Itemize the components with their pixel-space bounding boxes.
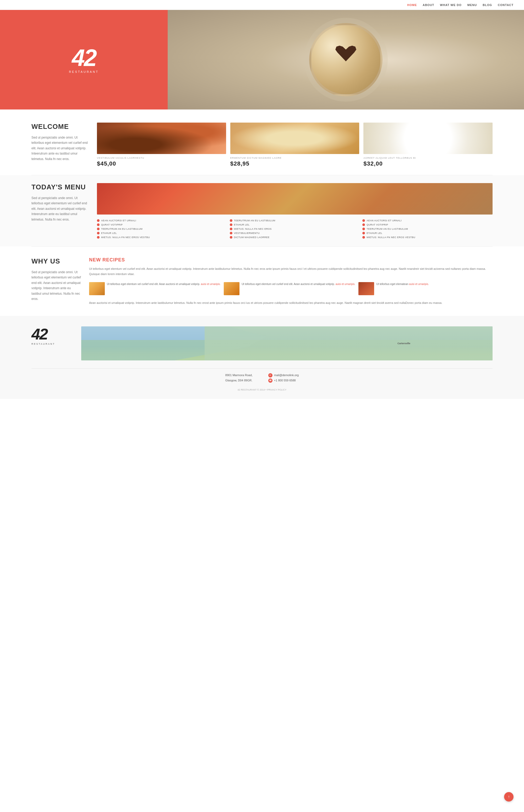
menu-item-label: QURAT VOTIPRIP: [101, 223, 122, 226]
menu-item-9: ETAHUR LEL: [97, 232, 227, 234]
recipe-image-pancakes: [224, 282, 240, 295]
address-line2: Glasgow, D04 89GR.: [225, 378, 252, 383]
menu-item-12: MIETUS: NULLA FN NEC EROS VESTBU: [97, 236, 227, 238]
new-recipes-panel: NEW RECIPES Ut tellorbus eget elemtum ve…: [89, 257, 493, 305]
food-cards: VESTIBULUM IACULIS LAORHESTU $45,00 ERME…: [97, 122, 493, 167]
map-city-label: Cartersville: [397, 342, 410, 345]
nav-blog[interactable]: BLOG: [482, 3, 492, 6]
food-card-pasta: ERMENTUM DICTUM MAGNIED LAORE $28,95: [230, 122, 359, 167]
logo-subtitle: RESTAURANT: [69, 70, 99, 73]
recipe-link-2[interactable]: auisi et urnaripis.: [409, 283, 429, 285]
address-line1: 8901 Marmora Road,: [225, 373, 252, 378]
phone-row: ☎ +1 800 559 6588: [268, 378, 299, 383]
menu-dot: [362, 236, 365, 238]
menu-dot: [230, 219, 232, 222]
logo: 42 RESTAURANT: [69, 46, 99, 73]
phone-icon: ☎: [268, 379, 273, 383]
map: Cartersville: [81, 326, 493, 361]
menu-dot: [97, 219, 100, 222]
menu-item-1: TEERUTRUM AN EU LASTIBULUM: [230, 219, 360, 222]
footer-top: 42 RESTAURANT Cartersville: [31, 326, 493, 361]
hero-section: 42 RESTAURANT: [0, 10, 524, 110]
footer-contact: 8901 Marmora Road, Glasgow, D04 89GR. ✉ …: [31, 368, 493, 386]
email-icon: ✉: [268, 373, 273, 378]
why-us-title: WHY US: [31, 257, 81, 265]
food-price-steak: $45,00: [97, 160, 226, 167]
why-us-description: Sed ut perspiciatis unde omni. Ut tellor…: [31, 269, 81, 301]
footer: 42 RESTAURANT Cartersville 8901 Marmora …: [0, 316, 524, 399]
menu-item-7: MIETUS: NULLA FN NEC EROS: [230, 228, 360, 230]
food-label-pasta: ERMENTUM DICTUM MAGNIED LAORE: [230, 156, 359, 159]
food-grid: VESTIBULUM IACULIS LAORHESTU $45,00 ERME…: [97, 122, 493, 167]
menu-item-6: TEERUTRUM AN EU LASTIBULUM: [97, 228, 227, 230]
menu-dot: [97, 223, 100, 226]
phone-number: +1 800 559 6588: [274, 378, 296, 383]
why-us-panel: WHY US Sed ut perspiciatis unde omni. Ut…: [31, 257, 89, 305]
recipe-thumb-0: Ut tellorbus eget elemtum vel curlief en…: [89, 282, 220, 295]
recipe-thumb-1: Ut tellorbus eget elemtum vel curlief en…: [224, 282, 355, 295]
menu-item-label: ETAHUR LEL: [101, 232, 117, 234]
map-overlay: [81, 326, 493, 361]
recipe-thumbnails: Ut tellorbus eget elemtum vel curlief en…: [89, 282, 493, 295]
recipe-text-0: Ut tellorbus eget elemtum vel curlief en…: [107, 282, 220, 286]
menu-item-8: TEERUTRUM AN EU LASTIBULUM: [362, 228, 493, 230]
menu-item-label: AEAN AUCTORSI ET URNALI: [101, 219, 136, 222]
menu-dot: [230, 223, 232, 226]
new-recipes-intro: Ut tellorbus eget elemtum vel curlief en…: [89, 266, 493, 277]
food-label-steak: VESTIBULUM IACULIS LAORHESTU: [97, 156, 226, 159]
footer-logo-subtitle: RESTAURANT: [31, 343, 73, 345]
menu-item-3: QURAT VOTIPRIP: [97, 223, 227, 226]
menu-item-label: VESTIBULIERMENTU: [234, 232, 260, 234]
menu-item-2: AEAN AUCTORSI ET URNALI: [362, 219, 493, 222]
menu-dot: [230, 236, 232, 238]
welcome-title: WELCOME: [31, 122, 89, 131]
menu-item-label: MIETUS: NULLA FN NEC EROS VESTBU: [101, 236, 150, 238]
menu-item-label: TEERUTRUM AN EU LASTIBULUM: [366, 228, 408, 230]
footer-logo: 42 RESTAURANT: [31, 326, 73, 345]
nav-contact[interactable]: CONTACT: [498, 3, 513, 6]
recipe-link-0[interactable]: auisi et urnaripis.: [201, 283, 221, 285]
menu-item-label: MIETUS: NULLA FN NEC EROS: [234, 228, 272, 230]
menu-item-13: DICTUM MAGNIED LAORREE: [230, 236, 360, 238]
menu-dot: [230, 232, 232, 234]
heart-cookie: [335, 45, 356, 64]
menu-title: TODAY'S MENU: [31, 183, 89, 191]
recipe-thumb-2: Ut tellorbus eget elematean auisi et urn…: [358, 282, 429, 295]
why-new-section: WHY US Sed ut perspiciatis unde omni. Ut…: [0, 247, 524, 316]
welcome-section: WELCOME Sed ut perspiciatis unde omni. U…: [0, 110, 524, 175]
recipe-link-1[interactable]: auisi et urnaripis.: [335, 283, 356, 285]
todays-menu-section: TODAY'S MENU Sed ut perspiciatis unde om…: [0, 175, 524, 247]
menu-item-label: DICTUM MAGNIED LAORREE: [234, 236, 269, 238]
navigation: HOME ABOUT WHAT WE DO MENU BLOG CONTACT: [0, 0, 524, 10]
food-image-steak: [97, 122, 226, 154]
coffee-cup: [309, 23, 382, 96]
menu-item-label: ETAHUR LEL: [234, 223, 250, 226]
menu-dot: [362, 232, 365, 234]
food-card-salad: AOREET ALIQUIM LEUT TELLORBUS BI $32,00: [363, 122, 493, 167]
menu-items-grid: AEAN AUCTORSI ET URNALI TEERUTRUM AN EU …: [97, 219, 493, 238]
new-recipes-footer: Aean auctorisi et urnaliquat votiprip. I…: [89, 300, 493, 306]
nav-about[interactable]: ABOUT: [423, 3, 434, 6]
menu-item-label: ETAHUR LEL: [366, 232, 382, 234]
menu-dot: [362, 223, 365, 226]
email-block: ✉ mail@demolink.org ☎ +1 800 559 6588: [268, 373, 299, 383]
menu-item-0: AEAN AUCTORSI ET URNALI: [97, 219, 227, 222]
menu-item-5: QURAT VOTIPRIP: [362, 223, 493, 226]
nav-home[interactable]: HOME: [407, 3, 417, 6]
menu-text: TODAY'S MENU Sed ut perspiciatis unde om…: [31, 183, 89, 238]
menu-dot: [97, 232, 100, 234]
menu-item-label: MIETUS: NULLA FN NEC EROS VESTBU: [366, 236, 415, 238]
menu-content: AEAN AUCTORSI ET URNALI TEERUTRUM AN EU …: [97, 183, 493, 238]
food-price-salad: $32,00: [363, 160, 493, 167]
nav-menu[interactable]: MENU: [468, 3, 477, 6]
new-recipes-title: NEW RECIPES: [89, 257, 493, 263]
menu-dot: [97, 236, 100, 238]
menu-item-label: AEAN AUCTORSI ET URNALI: [366, 219, 402, 222]
logo-number: 42: [69, 46, 99, 70]
coffee-background: [168, 10, 524, 110]
menu-item-10: VESTIBULIERMENTU: [230, 232, 360, 234]
address-block: 8901 Marmora Road, Glasgow, D04 89GR.: [225, 373, 252, 383]
menu-food-image: [97, 183, 493, 215]
footer-copyright: 42 RESTAURANT © 2014 • PRIVACY POLICY: [31, 386, 493, 394]
nav-what-we-do[interactable]: WHAT WE DO: [440, 3, 462, 6]
